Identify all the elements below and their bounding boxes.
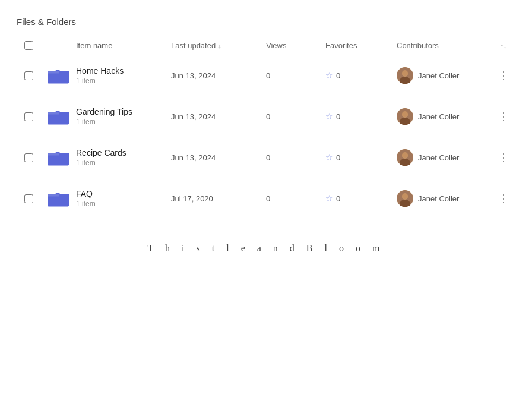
avatar-1 [397, 108, 413, 125]
folder-icon-cell-0 [40, 67, 76, 84]
folder-icon-cell-1 [40, 108, 76, 125]
contributor-name-2: Janet Coller [418, 153, 459, 162]
col-favorites-2: ☆ 0 [325, 152, 397, 163]
table-row: Home Hacks 1 item Jun 13, 2024 0 ☆ 0 [17, 55, 515, 96]
item-info-1: Gardening Tips 1 item [76, 107, 171, 126]
svg-rect-9 [48, 112, 59, 115]
more-options-button-1[interactable]: ⋮ [493, 108, 514, 125]
svg-rect-25 [48, 194, 59, 197]
row-checkbox-cell-1[interactable] [17, 112, 40, 121]
item-count-1: 1 item [76, 118, 171, 126]
col-favorites-3: ☆ 0 [325, 193, 397, 204]
table-row: FAQ 1 item Jul 17, 2020 0 ☆ 0 [17, 178, 515, 219]
svg-rect-1 [48, 71, 59, 74]
row-checkbox-cell-2[interactable] [17, 153, 40, 162]
select-all-checkbox-cell[interactable] [17, 41, 40, 50]
folder-icon-cell-3 [40, 190, 76, 207]
contributor-name-0: Janet Coller [418, 71, 459, 80]
column-last-updated[interactable]: Last updated ↓ [171, 41, 266, 50]
row-checkbox-cell-0[interactable] [17, 71, 40, 80]
table-body: Home Hacks 1 item Jun 13, 2024 0 ☆ 0 [17, 55, 515, 219]
col-date-3: Jul 17, 2020 [171, 194, 266, 203]
item-info-2: Recipe Cards 1 item [76, 148, 171, 167]
row-checkbox-2[interactable] [24, 153, 33, 162]
more-options-button-3[interactable]: ⋮ [493, 190, 514, 207]
select-all-checkbox[interactable] [24, 41, 33, 50]
folder-icon-3 [48, 190, 69, 207]
item-name-2: Recipe Cards [76, 148, 171, 157]
column-views: Views [266, 41, 325, 50]
row-checkbox-0[interactable] [24, 71, 33, 80]
item-name-1: Gardening Tips [76, 107, 171, 116]
col-menu-1[interactable]: ⋮ [492, 108, 515, 125]
table-header: Item name Last updated ↓ Views Favorites… [17, 36, 515, 55]
svg-point-6 [402, 70, 408, 76]
star-icon-0[interactable]: ☆ [325, 70, 333, 81]
row-checkbox-1[interactable] [24, 112, 33, 121]
col-contributors-1: Janet Coller [397, 108, 492, 125]
col-menu-2[interactable]: ⋮ [492, 149, 515, 166]
col-views-2: 0 [266, 153, 325, 162]
col-favorites-1: ☆ 0 [325, 111, 397, 122]
row-checkbox-cell-3[interactable] [17, 194, 40, 203]
col-menu-3[interactable]: ⋮ [492, 190, 515, 207]
folder-icon-1 [48, 108, 69, 125]
col-menu-0[interactable]: ⋮ [492, 67, 515, 84]
more-options-button-0[interactable]: ⋮ [493, 67, 514, 84]
svg-rect-17 [48, 153, 59, 156]
item-name-3: FAQ [76, 189, 171, 198]
star-icon-2[interactable]: ☆ [325, 152, 333, 163]
more-options-button-2[interactable]: ⋮ [493, 149, 514, 166]
column-item-name: Item name [76, 41, 171, 50]
avatar-2 [397, 149, 413, 166]
folder-icon-cell-2 [40, 149, 76, 166]
page-title: Files & Folders [17, 17, 515, 27]
column-contributors: Contributors [397, 41, 492, 50]
item-name-0: Home Hacks [76, 66, 171, 75]
star-icon-1[interactable]: ☆ [325, 111, 333, 122]
contributor-name-3: Janet Coller [418, 194, 459, 203]
col-contributors-2: Janet Coller [397, 149, 492, 166]
item-info-0: Home Hacks 1 item [76, 66, 171, 85]
folder-icon-2 [48, 149, 69, 166]
item-count-3: 1 item [76, 200, 171, 208]
files-table: Item name Last updated ↓ Views Favorites… [0, 36, 532, 219]
favorites-count-2: 0 [336, 153, 340, 162]
item-info-3: FAQ 1 item [76, 189, 171, 208]
table-row: Recipe Cards 1 item Jun 13, 2024 0 ☆ 0 [17, 137, 515, 178]
col-contributors-3: Janet Coller [397, 190, 492, 207]
item-count-0: 1 item [76, 77, 171, 85]
favorites-count-1: 0 [336, 112, 340, 121]
col-views-0: 0 [266, 71, 325, 80]
sort-down-icon: ↓ [218, 42, 221, 49]
sort-toggle-icon[interactable]: ↑↓ [501, 42, 507, 49]
col-contributors-0: Janet Coller [397, 67, 492, 84]
folder-icon-0 [48, 67, 69, 84]
star-icon-3[interactable]: ☆ [325, 193, 333, 204]
table-row: Gardening Tips 1 item Jun 13, 2024 0 ☆ 0 [17, 96, 515, 137]
favorites-count-3: 0 [336, 194, 340, 203]
svg-point-22 [402, 152, 408, 158]
col-views-3: 0 [266, 194, 325, 203]
col-date-0: Jun 13, 2024 [171, 71, 266, 80]
avatar-0 [397, 67, 413, 84]
col-views-1: 0 [266, 112, 325, 121]
avatar-3 [397, 190, 413, 207]
svg-point-30 [402, 193, 408, 199]
svg-point-14 [402, 111, 408, 117]
col-date-2: Jun 13, 2024 [171, 153, 266, 162]
contributor-name-1: Janet Coller [418, 112, 459, 121]
col-favorites-0: ☆ 0 [325, 70, 397, 81]
item-count-2: 1 item [76, 159, 171, 167]
col-date-1: Jun 13, 2024 [171, 112, 266, 121]
favorites-count-0: 0 [336, 71, 340, 80]
row-checkbox-3[interactable] [24, 194, 33, 203]
brand-footer: T h i s t l e a n d B l o o m [0, 219, 532, 266]
column-favorites: Favorites [325, 41, 397, 50]
